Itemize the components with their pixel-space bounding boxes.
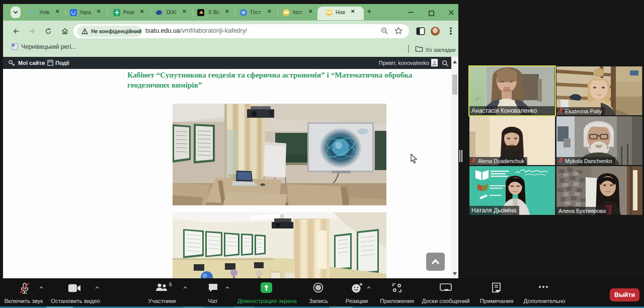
svg-text:2!: 2!	[475, 96, 479, 101]
